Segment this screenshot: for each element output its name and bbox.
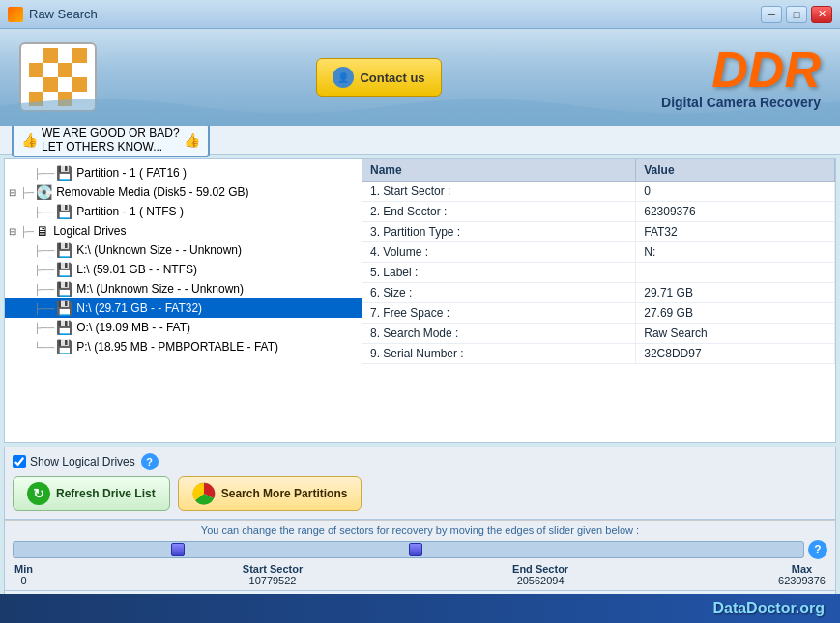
title-bar-left: Raw Search <box>8 7 98 22</box>
property-row: 5. Label : <box>362 263 835 283</box>
search-partitions-button[interactable]: Search More Partitions <box>178 476 362 511</box>
tree-item[interactable]: ├──💾Partition - 1 ( NTFS ) <box>5 202 362 221</box>
tree-item[interactable]: ├──💾L:\ (59.01 GB - - NTFS) <box>5 260 362 279</box>
header-area: 👤 Contact us DDR Digital Camera Recovery <box>0 29 840 126</box>
refresh-icon: ↻ <box>27 482 50 505</box>
feedback-banner: 👍 WE ARE GOOD OR BAD? LET OTHERS KNOW...… <box>0 126 840 155</box>
property-value: 29.71 GB <box>636 283 835 303</box>
minimize-button[interactable]: ─ <box>761 6 782 23</box>
property-value: 0 <box>636 182 835 202</box>
tree-item[interactable]: ├──💾O:\ (19.09 MB - - FAT) <box>5 318 362 337</box>
property-row: 8. Search Mode :Raw Search <box>362 324 835 344</box>
bottom-controls: Show Logical Drives ? ↻ Refresh Drive Li… <box>4 447 836 520</box>
tree-item[interactable]: ├──💾K:\ (Unknown Size - - Unknown) <box>5 241 362 260</box>
property-name: 1. Start Sector : <box>362 182 636 202</box>
window-controls: ─ □ ✕ <box>761 6 832 23</box>
property-row: 3. Partition Type :FAT32 <box>362 222 835 242</box>
tree-item[interactable]: ⊟├─🖥Logical Drives <box>5 221 362 241</box>
property-name: 3. Partition Type : <box>362 222 636 242</box>
property-name: 7. Free Space : <box>362 303 636 324</box>
drive-tree-panel: ├──💾Partition - 1 ( FAT16 )⊟├─💽Removable… <box>5 159 362 442</box>
property-row: 6. Size :29.71 GB <box>362 283 835 303</box>
tree-item-label: K:\ (Unknown Size - - Unknown) <box>76 243 242 257</box>
logo-box <box>19 42 97 112</box>
footer-logo-accent: Doctor <box>746 600 796 616</box>
property-name: 4. Volume : <box>362 242 636 263</box>
property-row: 1. Start Sector :0 <box>362 182 835 202</box>
property-name: 9. Serial Number : <box>362 344 636 364</box>
property-value: 62309376 <box>636 202 835 222</box>
start-sector-value: 10779522 <box>243 575 303 586</box>
contact-label: Contact us <box>360 71 424 85</box>
show-logical-label[interactable]: Show Logical Drives <box>13 455 135 468</box>
slider-help-icon[interactable]: ? <box>808 540 827 559</box>
properties-table: Name Value 1. Start Sector :02. End Sect… <box>362 159 835 364</box>
tree-item-label: Partition - 1 ( NTFS ) <box>76 205 184 218</box>
min-label: Min <box>14 563 33 575</box>
property-value <box>636 263 835 283</box>
show-logical-row: Show Logical Drives ? <box>5 451 835 472</box>
end-sector-col: End Sector 20562094 <box>512 563 568 586</box>
tree-item-label: Logical Drives <box>53 224 126 238</box>
contact-button[interactable]: 👤 Contact us <box>316 58 441 97</box>
tree-item-label: Partition - 1 ( FAT16 ) <box>76 166 187 180</box>
tree-item-label: O:\ (19.09 MB - - FAT) <box>76 321 190 334</box>
footer-logo-text: Data <box>712 600 746 616</box>
properties-panel: Name Value 1. Start Sector :02. End Sect… <box>362 159 835 442</box>
feedback-icon-right: 👍 <box>184 132 200 148</box>
action-buttons-row: ↻ Refresh Drive List Search More Partiti… <box>5 472 835 515</box>
refresh-drive-button[interactable]: ↻ Refresh Drive List <box>13 476 170 511</box>
refresh-label: Refresh Drive List <box>56 487 156 500</box>
start-sector-col: Start Sector 10779522 <box>243 563 303 586</box>
property-row: 7. Free Space :27.69 GB <box>362 303 835 324</box>
slider-row: ? <box>13 540 827 559</box>
ddr-subtitle: Digital Camera Recovery <box>661 95 821 110</box>
feedback-line2: LET OTHERS KNOW... <box>42 140 180 154</box>
window-title: Raw Search <box>29 7 98 21</box>
end-sector-value: 20562094 <box>512 575 568 586</box>
title-bar: Raw Search ─ □ ✕ <box>0 0 840 29</box>
show-logical-checkbox[interactable] <box>13 455 26 468</box>
start-sector-label: Start Sector <box>243 563 303 575</box>
tree-scroll[interactable]: ├──💾Partition - 1 ( FAT16 )⊟├─💽Removable… <box>5 159 362 442</box>
property-value: N: <box>636 242 835 263</box>
col-value-header: Value <box>636 159 835 182</box>
main-content: ├──💾Partition - 1 ( FAT16 )⊟├─💽Removable… <box>4 158 836 443</box>
min-value: 0 <box>14 575 33 586</box>
tree-item-label: N:\ (29.71 GB - - FAT32) <box>76 301 202 315</box>
property-value: 32C8DD97 <box>636 344 835 364</box>
tree-item[interactable]: ⊟├─💽Removable Media (Disk5 - 59.02 GB) <box>5 183 362 202</box>
close-button[interactable]: ✕ <box>811 6 832 23</box>
sector-range-area: You can change the range of sectors for … <box>4 520 836 591</box>
feedback-text: WE ARE GOOD OR BAD? LET OTHERS KNOW... <box>42 127 180 154</box>
show-logical-text: Show Logical Drives <box>30 455 135 468</box>
tree-item[interactable]: ├──💾N:\ (29.71 GB - - FAT32) <box>5 298 362 318</box>
tree-item[interactable]: ├──💾M:\ (Unknown Size - - Unknown) <box>5 279 362 298</box>
ddr-logo: DDR Digital Camera Recovery <box>661 44 821 110</box>
logo-chess <box>29 48 87 106</box>
slider-handle-left[interactable] <box>171 543 185 556</box>
end-sector-label: End Sector <box>512 563 568 575</box>
maximize-button[interactable]: □ <box>786 6 807 23</box>
feedback-box[interactable]: 👍 WE ARE GOOD OR BAD? LET OTHERS KNOW...… <box>12 123 210 157</box>
properties-tbody: 1. Start Sector :02. End Sector :6230937… <box>362 182 835 364</box>
max-value: 62309376 <box>778 575 826 586</box>
feedback-line1: WE ARE GOOD OR BAD? <box>42 127 180 140</box>
feedback-icon: 👍 <box>21 132 38 148</box>
tree-item-label: M:\ (Unknown Size - - Unknown) <box>76 282 244 296</box>
property-value: Raw Search <box>636 324 835 344</box>
property-value: FAT32 <box>636 222 835 242</box>
show-logical-help-icon[interactable]: ? <box>141 453 159 470</box>
pie-icon <box>192 482 216 505</box>
property-name: 8. Search Mode : <box>362 324 636 344</box>
sector-values-row: Min 0 Start Sector 10779522 End Sector 2… <box>13 563 827 586</box>
slider-track[interactable] <box>13 541 804 558</box>
tree-item[interactable]: └──💾P:\ (18.95 MB - PMBPORTABLE - FAT) <box>5 337 362 356</box>
max-label: Max <box>778 563 826 575</box>
property-name: 5. Label : <box>362 263 636 283</box>
tree-item[interactable]: ├──💾Partition - 1 ( FAT16 ) <box>5 163 362 183</box>
slider-handle-right[interactable] <box>409 543 422 556</box>
property-name: 2. End Sector : <box>362 202 636 222</box>
sector-hint: You can change the range of sectors for … <box>13 524 827 536</box>
contact-icon: 👤 <box>333 67 354 88</box>
